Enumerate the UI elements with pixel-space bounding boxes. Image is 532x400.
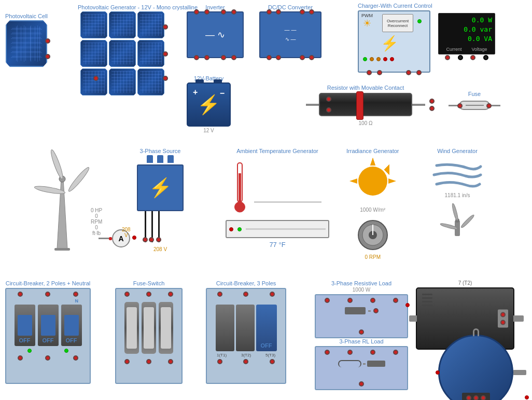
dcdc-t3[interactable] xyxy=(300,9,305,15)
rl-mid-t[interactable] xyxy=(373,308,379,313)
wind-generator: Wind Generator 1181.1 in/s xyxy=(431,148,483,245)
dcdc-t4[interactable] xyxy=(309,9,314,15)
dcdc-t1[interactable] xyxy=(267,9,272,15)
cb3-pole2[interactable] xyxy=(236,305,255,351)
fs-bt1[interactable] xyxy=(124,359,130,364)
svg-point-2 xyxy=(49,149,65,180)
3ph-t1[interactable] xyxy=(143,237,148,242)
fs-fuse3-body xyxy=(161,307,171,349)
knob-svg xyxy=(355,217,391,253)
dcdc-b3[interactable] xyxy=(300,55,305,60)
inv-t1[interactable] xyxy=(194,9,199,15)
fs-bt2[interactable] xyxy=(146,359,151,364)
rl2-t1[interactable] xyxy=(325,350,330,355)
rl2-t2[interactable] xyxy=(347,350,353,355)
dct1[interactable] xyxy=(500,312,506,318)
res-t1[interactable] xyxy=(326,96,331,102)
act1[interactable] xyxy=(466,395,471,400)
ac-motor-terminal-block xyxy=(462,393,490,400)
rl2-b1[interactable] xyxy=(359,381,364,387)
ch-t4[interactable] xyxy=(416,70,422,75)
resistor-slider[interactable] xyxy=(356,91,363,120)
svg-point-8 xyxy=(235,202,245,212)
cb3-pole1[interactable] xyxy=(216,305,234,351)
dcdc-b4[interactable] xyxy=(309,55,314,60)
inv-t3[interactable] xyxy=(221,9,226,15)
pv-cell-6 xyxy=(137,40,164,67)
rl-t1[interactable] xyxy=(325,298,330,303)
act3[interactable] xyxy=(481,395,486,400)
dcdc-b1[interactable] xyxy=(267,55,272,60)
cb-bt1[interactable] xyxy=(18,355,23,361)
inv-t4[interactable] xyxy=(231,9,236,15)
cb-tt3[interactable] xyxy=(73,292,78,297)
fs-tt2[interactable] xyxy=(146,292,151,297)
inv-b4[interactable] xyxy=(231,55,236,60)
dcdc-symbol: — — ∿ — xyxy=(285,25,297,44)
cb3-tt2[interactable] xyxy=(243,292,248,297)
cb3-tt3[interactable] xyxy=(270,292,275,297)
resistor-icon xyxy=(306,93,425,116)
m-c3[interactable] xyxy=(470,55,475,60)
pv-terminal-1[interactable] xyxy=(163,24,168,30)
rl-t2[interactable] xyxy=(347,298,353,303)
cb3-tt1[interactable] xyxy=(217,292,222,297)
rl-t4[interactable] xyxy=(393,298,398,303)
act2[interactable] xyxy=(473,395,479,400)
ch-t3[interactable] xyxy=(406,70,411,75)
led2 xyxy=(370,57,374,61)
rl-t3[interactable] xyxy=(370,298,375,303)
three-phase-rl-load: 3-Phase RL Load xyxy=(315,338,408,390)
m-c4[interactable] xyxy=(483,55,488,60)
fuse-t1[interactable] xyxy=(457,103,463,108)
cb3-bt2[interactable] xyxy=(243,359,248,364)
dcdc-b2[interactable] xyxy=(276,55,281,60)
cb-tt1[interactable] xyxy=(18,292,23,297)
cb-pole2[interactable]: OFF xyxy=(38,305,59,346)
fs-tt1[interactable] xyxy=(124,292,130,297)
fs-fuse2[interactable] xyxy=(142,302,156,354)
terminal-right-bottom[interactable] xyxy=(45,54,50,59)
charger-box: PWM ☀ OvercurrentReconnect ⚡ xyxy=(358,10,430,73)
res-t2[interactable] xyxy=(326,107,331,113)
m-c2[interactable] xyxy=(458,55,463,60)
cb3-bt1[interactable] xyxy=(217,359,222,364)
inv-b2[interactable] xyxy=(204,55,209,60)
pv-terminal-2[interactable] xyxy=(163,51,168,57)
cb-tt2[interactable] xyxy=(45,292,50,297)
fuse-t2[interactable] xyxy=(486,103,492,108)
3ph-t2[interactable] xyxy=(149,237,154,242)
m-c1[interactable] xyxy=(445,55,450,60)
rl2-t4[interactable] xyxy=(393,350,398,355)
cb-pole3[interactable]: OFF xyxy=(61,305,82,346)
pv-cell-7 xyxy=(80,68,107,95)
res-rt1[interactable] xyxy=(429,99,435,104)
terminal-right-top[interactable] xyxy=(45,38,50,44)
fs-fuse1[interactable] xyxy=(124,302,139,354)
pv-terminal-3[interactable] xyxy=(163,76,168,81)
ch-t1[interactable] xyxy=(367,70,372,75)
inv-b1[interactable] xyxy=(194,55,199,60)
dcdc-t2[interactable] xyxy=(276,9,281,15)
fs-fuse3[interactable] xyxy=(159,302,173,354)
pv-terminal-4[interactable] xyxy=(93,76,99,81)
fs-bt3[interactable] xyxy=(168,359,173,364)
cb3-bt3[interactable] xyxy=(270,359,275,364)
rl2-t3[interactable] xyxy=(370,350,375,355)
battery-bolt-icon: ⚡ xyxy=(197,94,220,116)
cb-bt3[interactable] xyxy=(73,355,78,361)
inv-b3[interactable] xyxy=(221,55,226,60)
meter-labels: Current Voltage xyxy=(441,47,492,52)
3ph-t3[interactable] xyxy=(156,237,161,242)
dc-motor-terminals xyxy=(498,310,508,328)
ch-t2[interactable] xyxy=(377,70,382,75)
rl-b1[interactable] xyxy=(359,329,364,335)
fs-tt3[interactable] xyxy=(168,292,173,297)
cb3-main-switch[interactable]: OFF xyxy=(256,305,277,351)
res-rt2[interactable] xyxy=(429,106,435,111)
dct2[interactable] xyxy=(500,320,506,325)
overcurrent-label: OvercurrentReconnect xyxy=(387,19,409,28)
cb-pole1[interactable]: OFF xyxy=(15,305,35,346)
inv-t2[interactable] xyxy=(204,9,209,15)
cb-bt2[interactable] xyxy=(45,355,50,361)
